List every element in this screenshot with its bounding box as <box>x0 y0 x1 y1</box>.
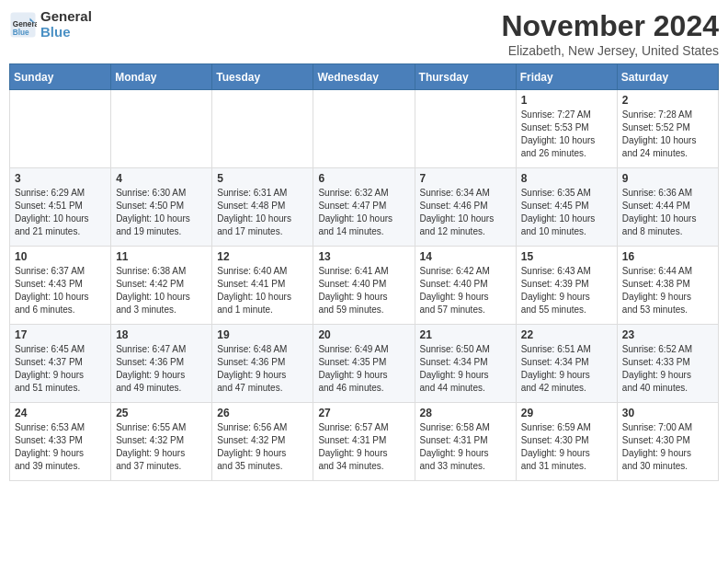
day-number: 26 <box>217 407 308 419</box>
day-header-monday: Monday <box>111 64 212 90</box>
day-info: Sunrise: 6:36 AM Sunset: 4:44 PM Dayligh… <box>622 187 713 238</box>
day-number: 19 <box>217 328 308 341</box>
day-info: Sunrise: 6:47 AM Sunset: 4:36 PM Dayligh… <box>116 343 207 395</box>
day-number: 28 <box>420 407 511 419</box>
calendar-cell: 28Sunrise: 6:58 AM Sunset: 4:31 PM Dayli… <box>415 403 516 481</box>
calendar-cell: 20Sunrise: 6:49 AM Sunset: 4:35 PM Dayli… <box>313 325 415 403</box>
day-info: Sunrise: 6:49 AM Sunset: 4:35 PM Dayligh… <box>318 343 409 395</box>
day-number: 25 <box>116 407 207 419</box>
day-info: Sunrise: 6:52 AM Sunset: 4:33 PM Dayligh… <box>622 343 713 395</box>
logo-line1: General <box>40 9 92 25</box>
day-info: Sunrise: 6:58 AM Sunset: 4:31 PM Dayligh… <box>420 421 511 473</box>
day-number: 12 <box>217 250 308 263</box>
day-number: 17 <box>15 328 106 341</box>
calendar-week-3: 10Sunrise: 6:37 AM Sunset: 4:43 PM Dayli… <box>10 247 719 325</box>
logo-text: General Blue <box>40 9 92 40</box>
day-number: 23 <box>622 328 713 341</box>
day-number: 21 <box>420 328 511 341</box>
logo: General Blue General Blue <box>9 9 92 40</box>
day-number: 24 <box>15 407 106 419</box>
day-info: Sunrise: 6:56 AM Sunset: 4:32 PM Dayligh… <box>217 421 308 473</box>
calendar-cell: 8Sunrise: 6:35 AM Sunset: 4:45 PM Daylig… <box>516 168 617 247</box>
calendar-cell: 9Sunrise: 6:36 AM Sunset: 4:44 PM Daylig… <box>617 168 718 247</box>
day-info: Sunrise: 6:50 AM Sunset: 4:34 PM Dayligh… <box>420 343 511 395</box>
calendar-cell: 17Sunrise: 6:45 AM Sunset: 4:37 PM Dayli… <box>10 325 111 403</box>
logo-icon: General Blue <box>9 11 37 39</box>
day-header-sunday: Sunday <box>10 64 111 90</box>
calendar-week-4: 17Sunrise: 6:45 AM Sunset: 4:37 PM Dayli… <box>10 325 719 403</box>
calendar-cell: 1Sunrise: 7:27 AM Sunset: 5:53 PM Daylig… <box>516 90 617 168</box>
day-info: Sunrise: 6:40 AM Sunset: 4:41 PM Dayligh… <box>217 265 308 316</box>
title-area: November 2024 Elizabeth, New Jersey, Uni… <box>501 9 719 58</box>
day-info: Sunrise: 6:38 AM Sunset: 4:42 PM Dayligh… <box>116 265 207 316</box>
calendar-cell: 15Sunrise: 6:43 AM Sunset: 4:39 PM Dayli… <box>516 247 617 325</box>
calendar-cell: 11Sunrise: 6:38 AM Sunset: 4:42 PM Dayli… <box>111 247 212 325</box>
day-info: Sunrise: 6:34 AM Sunset: 4:46 PM Dayligh… <box>420 187 511 238</box>
calendar-week-5: 24Sunrise: 6:53 AM Sunset: 4:33 PM Dayli… <box>10 403 719 481</box>
calendar-cell: 16Sunrise: 6:44 AM Sunset: 4:38 PM Dayli… <box>617 247 718 325</box>
day-number: 9 <box>622 172 713 185</box>
day-number: 6 <box>318 172 409 185</box>
day-number: 15 <box>521 250 612 263</box>
day-header-wednesday: Wednesday <box>313 64 415 90</box>
month-title: November 2024 <box>501 9 719 43</box>
day-number: 13 <box>318 250 409 263</box>
calendar-header-row: SundayMondayTuesdayWednesdayThursdayFrid… <box>10 64 719 90</box>
day-info: Sunrise: 6:43 AM Sunset: 4:39 PM Dayligh… <box>521 265 612 316</box>
calendar-cell: 27Sunrise: 6:57 AM Sunset: 4:31 PM Dayli… <box>313 403 415 481</box>
calendar-cell <box>313 90 415 168</box>
day-number: 14 <box>420 250 511 263</box>
day-number: 29 <box>521 407 612 419</box>
day-info: Sunrise: 6:55 AM Sunset: 4:32 PM Dayligh… <box>116 421 207 473</box>
calendar-cell: 24Sunrise: 6:53 AM Sunset: 4:33 PM Dayli… <box>10 403 111 481</box>
calendar-cell: 12Sunrise: 6:40 AM Sunset: 4:41 PM Dayli… <box>212 247 313 325</box>
calendar-cell <box>415 90 516 168</box>
day-number: 3 <box>15 172 106 185</box>
day-number: 5 <box>217 172 308 185</box>
day-header-thursday: Thursday <box>415 64 516 90</box>
calendar-cell: 25Sunrise: 6:55 AM Sunset: 4:32 PM Dayli… <box>111 403 212 481</box>
day-number: 16 <box>622 250 713 263</box>
calendar-cell: 6Sunrise: 6:32 AM Sunset: 4:47 PM Daylig… <box>313 168 415 247</box>
day-number: 4 <box>116 172 207 185</box>
day-info: Sunrise: 6:29 AM Sunset: 4:51 PM Dayligh… <box>15 187 106 238</box>
day-number: 2 <box>622 94 713 107</box>
day-info: Sunrise: 6:42 AM Sunset: 4:40 PM Dayligh… <box>420 265 511 316</box>
day-info: Sunrise: 7:27 AM Sunset: 5:53 PM Dayligh… <box>521 109 612 160</box>
calendar-table: SundayMondayTuesdayWednesdayThursdayFrid… <box>9 63 719 481</box>
calendar-cell: 19Sunrise: 6:48 AM Sunset: 4:36 PM Dayli… <box>212 325 313 403</box>
day-info: Sunrise: 7:28 AM Sunset: 5:52 PM Dayligh… <box>622 109 713 160</box>
calendar-cell: 2Sunrise: 7:28 AM Sunset: 5:52 PM Daylig… <box>617 90 718 168</box>
logo-line2: Blue <box>40 25 92 40</box>
day-number: 8 <box>521 172 612 185</box>
calendar-week-1: 1Sunrise: 7:27 AM Sunset: 5:53 PM Daylig… <box>10 90 719 168</box>
calendar-cell: 14Sunrise: 6:42 AM Sunset: 4:40 PM Dayli… <box>415 247 516 325</box>
day-info: Sunrise: 6:30 AM Sunset: 4:50 PM Dayligh… <box>116 187 207 238</box>
calendar-cell: 7Sunrise: 6:34 AM Sunset: 4:46 PM Daylig… <box>415 168 516 247</box>
day-info: Sunrise: 6:48 AM Sunset: 4:36 PM Dayligh… <box>217 343 308 395</box>
day-info: Sunrise: 6:53 AM Sunset: 4:33 PM Dayligh… <box>15 421 106 473</box>
calendar-cell: 4Sunrise: 6:30 AM Sunset: 4:50 PM Daylig… <box>111 168 212 247</box>
calendar-cell: 22Sunrise: 6:51 AM Sunset: 4:34 PM Dayli… <box>516 325 617 403</box>
day-info: Sunrise: 6:41 AM Sunset: 4:40 PM Dayligh… <box>318 265 409 316</box>
day-header-saturday: Saturday <box>617 64 718 90</box>
calendar-cell <box>212 90 313 168</box>
day-number: 10 <box>15 250 106 263</box>
day-number: 27 <box>318 407 409 419</box>
calendar-cell: 13Sunrise: 6:41 AM Sunset: 4:40 PM Dayli… <box>313 247 415 325</box>
day-number: 11 <box>116 250 207 263</box>
calendar-cell: 10Sunrise: 6:37 AM Sunset: 4:43 PM Dayli… <box>10 247 111 325</box>
calendar-cell: 30Sunrise: 7:00 AM Sunset: 4:30 PM Dayli… <box>617 403 718 481</box>
day-info: Sunrise: 7:00 AM Sunset: 4:30 PM Dayligh… <box>622 421 713 473</box>
calendar-cell: 5Sunrise: 6:31 AM Sunset: 4:48 PM Daylig… <box>212 168 313 247</box>
calendar-cell: 21Sunrise: 6:50 AM Sunset: 4:34 PM Dayli… <box>415 325 516 403</box>
day-number: 20 <box>318 328 409 341</box>
day-number: 18 <box>116 328 207 341</box>
calendar-cell <box>10 90 111 168</box>
calendar-cell: 29Sunrise: 6:59 AM Sunset: 4:30 PM Dayli… <box>516 403 617 481</box>
day-info: Sunrise: 6:31 AM Sunset: 4:48 PM Dayligh… <box>217 187 308 238</box>
day-info: Sunrise: 6:44 AM Sunset: 4:38 PM Dayligh… <box>622 265 713 316</box>
day-info: Sunrise: 6:37 AM Sunset: 4:43 PM Dayligh… <box>15 265 106 316</box>
calendar-cell: 26Sunrise: 6:56 AM Sunset: 4:32 PM Dayli… <box>212 403 313 481</box>
calendar-cell: 3Sunrise: 6:29 AM Sunset: 4:51 PM Daylig… <box>10 168 111 247</box>
